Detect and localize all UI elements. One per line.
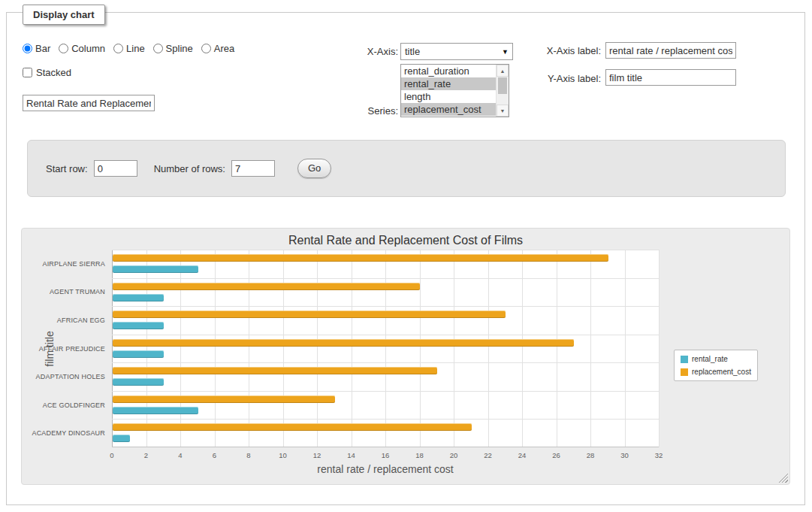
bar-replacement_cost [113, 254, 608, 262]
chart-type-spline-radio[interactable] [153, 44, 163, 53]
x-tick-label: 28 [587, 451, 595, 459]
legend-label: rental_rate [692, 355, 728, 363]
x-tick-label: 8 [246, 451, 250, 459]
legend-item-replacement_cost[interactable]: replacement_cost [681, 368, 751, 376]
go-button[interactable]: Go [297, 159, 331, 178]
category-label: ADAPTATION HOLES [36, 373, 105, 380]
grid-line-horizontal [112, 419, 659, 420]
legend-item-rental_rate[interactable]: rental_rate [681, 355, 751, 363]
grid-line-vertical [180, 250, 181, 447]
category-label: ACE GOLDFINGER [43, 401, 105, 409]
bar-rental_rate [113, 350, 164, 358]
chart-type-line-radio[interactable] [113, 44, 123, 53]
x-tick-label: 10 [279, 451, 287, 459]
scroll-down-icon[interactable]: ▼ [497, 105, 509, 117]
x-tick-label: 22 [484, 451, 492, 459]
chart-type-column[interactable]: Column [59, 43, 105, 54]
grid-line-horizontal [112, 391, 659, 392]
x-axis-select[interactable]: title ▼ [400, 43, 513, 60]
series-caption: Series: [315, 105, 398, 117]
series-option[interactable]: replacement_cost [401, 103, 496, 116]
series-listbox[interactable]: rental_durationrental_ratelengthreplacem… [400, 64, 509, 117]
grid-line-vertical [522, 250, 523, 447]
grid-line-horizontal [112, 250, 659, 250]
x-tick-label: 30 [620, 451, 629, 459]
bar-replacement_cost [113, 311, 506, 318]
bar-rental_rate [113, 407, 198, 414]
x-tick-label: 18 [415, 451, 424, 459]
bar-replacement_cost [113, 367, 437, 374]
stacked-checkbox[interactable] [23, 68, 32, 77]
page: Display chart Bar Column Line Spline Are… [0, 0, 812, 512]
resize-grip-icon[interactable] [778, 473, 788, 483]
stacked-option[interactable]: Stacked [23, 67, 71, 78]
start-row-input[interactable] [94, 160, 137, 177]
chart-type-spline-label: Spline [166, 43, 193, 54]
category-label: AFRICAN EGG [57, 317, 105, 324]
x-tick-label: 12 [313, 451, 321, 459]
bar-replacement_cost [113, 339, 574, 347]
y-axis-label-input[interactable] [605, 69, 736, 86]
chart-type-bar-radio[interactable] [23, 44, 32, 53]
category-label: AGENT TRUMAN [50, 288, 105, 295]
grid-line-vertical [249, 250, 249, 447]
bar-replacement_cost [113, 395, 335, 403]
scroll-up-icon[interactable]: ▲ [497, 65, 509, 77]
grid-line-horizontal [112, 362, 659, 363]
chart-type-line-label: Line [126, 43, 145, 54]
grid-line-horizontal [112, 335, 659, 335]
bar-replacement_cost [113, 283, 420, 290]
bar-rental_rate [113, 435, 130, 442]
x-axis-select-caption: X-Axis: [315, 46, 398, 57]
category-label: AIRPLANE SIERRA [42, 260, 105, 268]
series-scrollbar[interactable]: ▲ ▼ [496, 65, 509, 117]
plot-area: 02468101214161820222426283032AIRPLANE SI… [112, 250, 659, 447]
legend-swatch-icon [681, 368, 688, 376]
legend-swatch-icon [681, 356, 688, 363]
grid-line-horizontal [112, 447, 659, 447]
series-options: rental_durationrental_ratelengthreplacem… [401, 65, 496, 117]
category-label: AFFAIR PREJUDICE [39, 345, 105, 353]
grid-line-vertical [625, 250, 626, 447]
grid-line-vertical [112, 250, 113, 447]
x-tick-label: 14 [347, 451, 355, 459]
x-tick-label: 2 [144, 451, 148, 459]
grid-line-vertical [488, 250, 489, 447]
grid-line-vertical [557, 250, 557, 447]
start-row-caption: Start row: [46, 163, 88, 174]
x-tick-label: 6 [213, 451, 216, 459]
series-option[interactable]: rental_rate [401, 77, 496, 90]
chart-panel: Rental Rate and Replacement Cost of Film… [21, 228, 790, 485]
grid-line-vertical [454, 250, 454, 447]
x-axis-label-caption: X-Axis label: [518, 45, 601, 56]
x-axis-label-input[interactable] [605, 42, 736, 59]
bar-rental_rate [113, 322, 164, 329]
chart-type-bar[interactable]: Bar [23, 43, 50, 54]
x-tick-label: 26 [552, 451, 560, 459]
grid-line-vertical [283, 250, 284, 447]
grid-line-vertical [352, 250, 352, 447]
grid-line-vertical [385, 250, 386, 447]
series-option[interactable]: rental_duration [401, 65, 496, 77]
grid-line-vertical [317, 250, 318, 447]
y-axis-label-caption: Y-Axis label: [518, 73, 601, 84]
scrollbar-track[interactable] [497, 95, 509, 105]
chart-type-spline[interactable]: Spline [153, 43, 193, 54]
chart-type-line[interactable]: Line [113, 43, 145, 54]
chart-title-input[interactable] [23, 95, 155, 111]
x-tick-label: 16 [382, 451, 390, 459]
grid-line-horizontal [112, 278, 659, 279]
scrollbar-thumb[interactable] [498, 77, 507, 94]
series-option[interactable]: length [401, 90, 496, 103]
bar-rental_rate [113, 294, 164, 301]
bar-rental_rate [113, 378, 164, 386]
chart-type-area-radio[interactable] [201, 44, 211, 53]
x-tick-label: 0 [110, 451, 113, 459]
chart-x-axis-title: rental rate / replacement cost [112, 463, 659, 475]
number-of-rows-input[interactable] [231, 160, 275, 177]
chart-type-column-radio[interactable] [59, 44, 68, 53]
chart-type-radio-group: Bar Column Line Spline Area [23, 43, 234, 54]
legend-label: replacement_cost [692, 368, 751, 376]
x-tick-label: 20 [450, 451, 458, 459]
chart-type-area[interactable]: Area [201, 43, 234, 54]
